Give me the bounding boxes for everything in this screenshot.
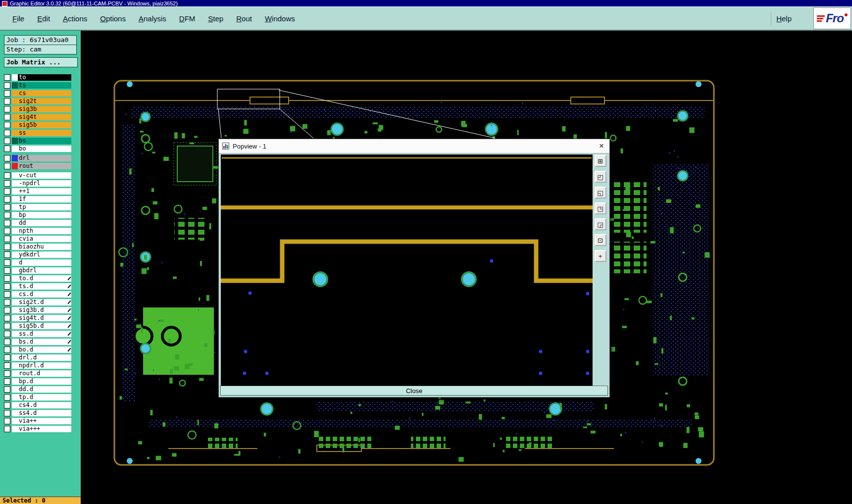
layer-row[interactable]: drl	[4, 154, 81, 162]
layer-row[interactable]: rout.d	[4, 370, 81, 377]
layer-color-swatch[interactable]	[12, 362, 18, 369]
popview-tool-view-bottom[interactable]: ◱	[595, 187, 606, 199]
layer-row[interactable]: bo.d	[4, 346, 81, 353]
layer-name[interactable]: cs4.d	[18, 402, 71, 408]
layer-name[interactable]: sig2t	[18, 98, 71, 104]
layer-row[interactable]: via+++	[4, 425, 81, 433]
layer-name[interactable]: cs	[18, 90, 71, 97]
layer-row[interactable]: drl.d	[4, 354, 81, 361]
menu-edit[interactable]: Edit	[31, 11, 56, 26]
layer-row[interactable]: ts	[4, 82, 81, 89]
layer-visibility-checkbox[interactable]	[4, 114, 10, 120]
job-name-field[interactable]: Job : 6s71v03ua0	[4, 35, 77, 45]
layer-name[interactable]: d	[18, 259, 71, 266]
layer-visibility-checkbox[interactable]	[4, 291, 10, 298]
layer-name[interactable]: biaozhu	[18, 244, 71, 250]
layer-visibility-checkbox[interactable]	[4, 180, 10, 187]
layer-color-swatch[interactable]	[12, 354, 18, 361]
layer-color-swatch[interactable]	[12, 370, 18, 377]
layer-name[interactable]: sig3b	[18, 106, 71, 112]
layer-name[interactable]: ydkdrl	[18, 252, 71, 258]
layer-name[interactable]: ss	[18, 130, 71, 136]
layer-visibility-checkbox[interactable]	[4, 228, 10, 234]
layer-name[interactable]: sig2t.d	[18, 299, 71, 305]
layer-row[interactable]: dd.d	[4, 386, 81, 393]
popview-tool-center-view[interactable]: +	[595, 250, 606, 262]
layer-visibility-checkbox[interactable]	[4, 307, 10, 313]
layer-row[interactable]: v-cut	[4, 172, 81, 179]
layer-row[interactable]: bo	[4, 145, 81, 152]
layer-visibility-checkbox[interactable]	[4, 402, 10, 408]
layer-visibility-checkbox[interactable]	[4, 98, 10, 104]
menu-options[interactable]: Options	[94, 11, 132, 26]
layer-visibility-checkbox[interactable]	[4, 354, 10, 361]
layer-color-swatch[interactable]	[12, 163, 18, 169]
layer-row[interactable]: gbdrl	[4, 267, 81, 274]
step-name-field[interactable]: Step: cam	[4, 45, 77, 54]
job-matrix-button[interactable]: Job Matrix ...	[4, 57, 78, 67]
layer-name[interactable]: bo.d	[18, 347, 71, 353]
layer-row[interactable]: cvia	[4, 235, 81, 243]
layer-color-swatch[interactable]	[12, 315, 18, 321]
layer-visibility-checkbox[interactable]	[4, 370, 10, 377]
layer-color-swatch[interactable]	[12, 236, 18, 242]
layer-row[interactable]: sig2t	[4, 98, 81, 105]
menu-analysis[interactable]: Analysis	[132, 11, 173, 26]
layer-visibility-checkbox[interactable]	[4, 82, 10, 89]
layer-row[interactable]: to.d	[4, 275, 81, 282]
layer-row[interactable]: sig2t.d	[4, 299, 81, 306]
layer-row[interactable]: sig5b	[4, 121, 81, 129]
menu-dfm[interactable]: DFM	[173, 11, 202, 26]
layer-row[interactable]: ss.d	[4, 330, 81, 338]
layer-row[interactable]: ss	[4, 129, 81, 137]
layer-name[interactable]: bs	[18, 138, 71, 144]
layer-color-swatch[interactable]	[12, 146, 18, 152]
popview-close-button[interactable]: Close	[220, 386, 608, 396]
layer-visibility-checkbox[interactable]	[4, 275, 10, 282]
layer-name[interactable]: dd.d	[18, 386, 71, 393]
layer-color-swatch[interactable]	[12, 114, 18, 120]
menu-file[interactable]: File	[6, 11, 31, 26]
layer-row[interactable]: tp.d	[4, 394, 81, 401]
layer-visibility-checkbox[interactable]	[4, 347, 10, 353]
layer-color-swatch[interactable]	[12, 275, 18, 282]
layer-row[interactable]: bp	[4, 211, 81, 219]
layer-name[interactable]: rout.d	[18, 370, 71, 377]
layer-color-swatch[interactable]	[12, 347, 18, 353]
layer-name[interactable]: ++1	[18, 188, 71, 195]
layer-color-swatch[interactable]	[12, 82, 18, 89]
layer-visibility-checkbox[interactable]	[4, 394, 10, 401]
layer-color-swatch[interactable]	[12, 283, 18, 290]
layer-visibility-checkbox[interactable]	[4, 299, 10, 305]
layer-color-swatch[interactable]	[12, 220, 18, 226]
layer-color-swatch[interactable]	[12, 138, 18, 144]
layer-row[interactable]: bs	[4, 137, 81, 145]
layer-name[interactable]: sig4t	[18, 114, 71, 120]
layer-row[interactable]: npdrl.d	[4, 362, 81, 369]
layer-name[interactable]: ts.d	[18, 283, 71, 290]
popview-canvas[interactable]	[220, 154, 593, 387]
layer-color-swatch[interactable]	[12, 180, 18, 187]
menu-actions[interactable]: Actions	[56, 11, 94, 26]
layer-visibility-checkbox[interactable]	[4, 283, 10, 290]
layer-row[interactable]: via++	[4, 417, 81, 425]
layer-color-swatch[interactable]	[12, 252, 18, 258]
layer-color-swatch[interactable]	[12, 394, 18, 401]
layer-visibility-checkbox[interactable]	[4, 418, 10, 424]
layer-row[interactable]: cs.d	[4, 291, 81, 298]
layer-row[interactable]: ++1	[4, 188, 81, 195]
layer-name[interactable]: drl	[18, 155, 71, 161]
layer-name[interactable]: bo	[18, 146, 71, 152]
layer-name[interactable]: bp.d	[18, 378, 71, 385]
layer-visibility-checkbox[interactable]	[4, 339, 10, 345]
layer-name[interactable]: drl.d	[18, 354, 71, 361]
layer-name[interactable]: tp	[18, 204, 71, 210]
layer-visibility-checkbox[interactable]	[4, 90, 10, 97]
layer-color-swatch[interactable]	[12, 122, 18, 128]
layer-visibility-checkbox[interactable]	[4, 378, 10, 385]
layer-color-swatch[interactable]	[12, 402, 18, 408]
layer-row[interactable]: bs.d	[4, 338, 81, 346]
layer-visibility-checkbox[interactable]	[4, 163, 10, 169]
layer-name[interactable]: gbdrl	[18, 267, 71, 274]
layer-row[interactable]: to	[4, 74, 81, 81]
